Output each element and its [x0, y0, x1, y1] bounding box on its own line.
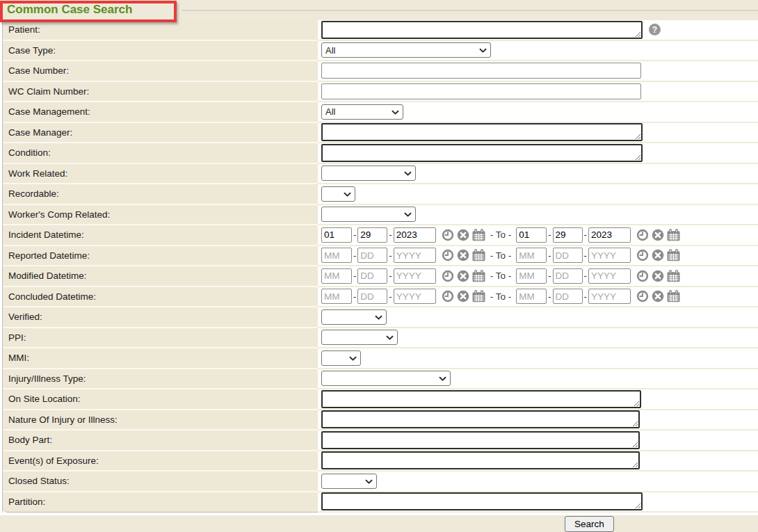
modified-datetime-control-cell: --- To --- — [318, 266, 758, 287]
search-button[interactable]: Search — [565, 516, 614, 532]
page-title: Common Case Search — [7, 3, 132, 17]
calendar-icon[interactable] — [472, 270, 485, 282]
form-row: Case Management:All — [3, 102, 758, 123]
reported-datetime-from-yyyy-input[interactable] — [394, 248, 436, 263]
reported-datetime-from-mm-input[interactable] — [321, 248, 352, 263]
clear-icon[interactable] — [457, 249, 469, 261]
injury-illness-type-select[interactable] — [321, 371, 451, 386]
incident-datetime-to-mm-input[interactable] — [516, 227, 547, 243]
workers-comp-related-label: Worker's Comp Related: — [3, 205, 318, 226]
case-number-input[interactable] — [321, 63, 641, 79]
work-related-select[interactable] — [321, 166, 416, 181]
date-dash: - — [353, 271, 356, 281]
modified-datetime-to-yyyy-input[interactable] — [588, 268, 631, 284]
case-manager-control-cell — [318, 123, 758, 144]
on-site-location-textarea[interactable] — [321, 390, 641, 408]
modified-datetime-from-mm-input[interactable] — [321, 268, 352, 284]
on-site-location-label: On Site Location: — [3, 389, 318, 410]
mmi-select[interactable] — [321, 350, 361, 366]
clear-icon[interactable] — [652, 249, 664, 261]
patient-textarea[interactable] — [321, 21, 643, 39]
clear-icon[interactable] — [652, 229, 664, 241]
modified-datetime-from-yyyy-input[interactable] — [394, 268, 436, 284]
calendar-icon[interactable] — [667, 229, 680, 241]
wc-claim-number-input[interactable] — [321, 83, 641, 99]
incident-datetime-to-yyyy-input[interactable] — [588, 227, 631, 243]
calendar-icon[interactable] — [472, 229, 485, 241]
nature-of-injury-or-illness-textarea[interactable] — [321, 410, 640, 428]
patient-control-cell: ? — [318, 20, 758, 41]
clock-icon[interactable] — [442, 270, 454, 282]
modified-datetime-from-dd-input[interactable] — [357, 268, 387, 284]
modified-datetime-to-mm-input[interactable] — [516, 268, 547, 284]
form-row: Recordable: — [3, 184, 758, 205]
recordable-select[interactable] — [321, 186, 355, 202]
ppi-select[interactable] — [321, 330, 398, 345]
date-dash: - — [584, 291, 587, 302]
calendar-icon[interactable] — [667, 290, 680, 303]
form-row: Worker's Comp Related: — [3, 205, 758, 226]
reported-datetime-to-mm-input[interactable] — [516, 248, 547, 263]
chevron-down-icon — [439, 376, 446, 382]
clear-icon[interactable] — [457, 290, 469, 303]
incident-datetime-from-yyyy-input[interactable] — [394, 227, 436, 243]
date-dash: - — [353, 250, 356, 261]
concluded-datetime-to-dd-input[interactable] — [553, 289, 583, 304]
workers-comp-related-select[interactable] — [321, 207, 416, 222]
chevron-down-icon — [404, 171, 412, 177]
date-dash: - — [584, 271, 587, 281]
clock-icon[interactable] — [636, 229, 649, 241]
case-manager-textarea[interactable] — [321, 123, 643, 141]
help-icon[interactable]: ? — [649, 24, 661, 35]
mmi-control-cell — [318, 348, 758, 369]
calendar-icon[interactable] — [472, 249, 485, 261]
concluded-datetime-from-mm-input[interactable] — [321, 289, 352, 304]
verified-select[interactable] — [321, 309, 387, 325]
reported-datetime-to-dd-input[interactable] — [553, 248, 583, 263]
form-row: Condition: — [3, 143, 758, 164]
clear-icon[interactable] — [457, 270, 469, 282]
clock-icon[interactable] — [442, 249, 454, 261]
events-of-exposure-textarea[interactable] — [321, 451, 640, 469]
clear-icon[interactable] — [652, 270, 664, 282]
concluded-datetime-to-mm-input[interactable] — [516, 289, 547, 304]
date-dash: - — [389, 291, 392, 302]
concluded-datetime-from-dd-input[interactable] — [357, 289, 387, 304]
reported-datetime-from-dd-input[interactable] — [357, 248, 387, 263]
date-dash: - — [389, 229, 392, 240]
patient-label: Patient: — [3, 20, 318, 41]
condition-textarea[interactable] — [321, 144, 643, 162]
on-site-location-control-cell — [318, 389, 758, 410]
clock-icon[interactable] — [636, 290, 649, 303]
clock-icon[interactable] — [442, 229, 454, 241]
concluded-datetime-from-yyyy-input[interactable] — [394, 289, 436, 304]
to-range-label: - To - — [490, 250, 512, 261]
case-management-select[interactable]: All — [321, 104, 403, 120]
case-management-select-value: All — [325, 106, 335, 117]
calendar-icon[interactable] — [667, 249, 680, 261]
case-type-select[interactable]: All — [321, 42, 491, 58]
concluded-datetime-to-yyyy-input[interactable] — [588, 289, 631, 304]
incident-datetime-from-mm-input[interactable] — [321, 227, 352, 243]
body-part-textarea[interactable] — [321, 431, 640, 449]
date-dash: - — [584, 250, 587, 261]
incident-datetime-to-dd-input[interactable] — [553, 227, 583, 243]
clock-icon[interactable] — [636, 249, 649, 261]
clock-icon[interactable] — [442, 290, 454, 303]
incident-datetime-from-dd-input[interactable] — [357, 227, 387, 243]
closed-status-select[interactable] — [321, 474, 377, 489]
date-dash: - — [584, 229, 587, 240]
case-management-control-cell: All — [318, 102, 758, 123]
date-dash: - — [389, 271, 392, 281]
modified-datetime-to-dd-input[interactable] — [553, 268, 583, 284]
legend-divider-line — [182, 10, 758, 11]
date-dash: - — [548, 250, 551, 261]
clock-icon[interactable] — [636, 270, 649, 282]
closed-status-control-cell — [318, 471, 758, 492]
calendar-icon[interactable] — [472, 290, 485, 303]
reported-datetime-to-yyyy-input[interactable] — [588, 248, 631, 263]
clear-icon[interactable] — [457, 229, 469, 241]
clear-icon[interactable] — [652, 290, 664, 303]
calendar-icon[interactable] — [667, 270, 680, 282]
partition-textarea[interactable] — [321, 492, 643, 510]
